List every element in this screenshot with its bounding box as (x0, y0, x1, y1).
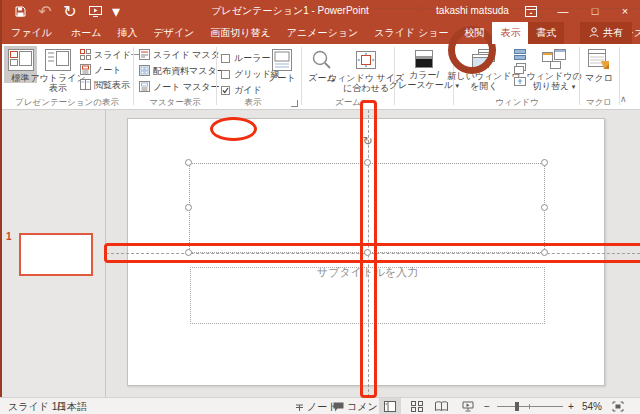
tab-format[interactable]: 書式 (528, 22, 564, 44)
tab-insert[interactable]: 挿入 (109, 22, 145, 44)
move-split-icon (514, 77, 526, 90)
zoom-icon (311, 49, 333, 71)
start-slideshow-icon[interactable] (87, 3, 103, 19)
tab-design[interactable]: デザイン (145, 22, 202, 44)
share-button[interactable]: 共有 (580, 22, 632, 44)
share-label: 共有 (603, 26, 623, 40)
redo-icon[interactable]: ↻ (62, 3, 78, 19)
group-separator (133, 47, 134, 105)
normal-view-icon (8, 49, 34, 71)
maximize-button[interactable]: □ (582, 0, 608, 22)
zoom-in-button[interactable]: + (568, 398, 574, 414)
window-title: プレゼンテーション1 - PowerPoint (180, 0, 400, 22)
arrange-all-button[interactable] (514, 49, 526, 62)
slide-thumbnail-panel: 1 (0, 110, 105, 397)
fit-to-window-button[interactable]: ウィンドウ サイズに合わせる (340, 46, 392, 93)
checkbox-checked-icon (221, 86, 230, 95)
selection-handle-middle-left[interactable] (185, 204, 192, 211)
normal-view-icon (384, 401, 396, 412)
comment-icon (333, 402, 344, 412)
new-window-label-1: 新しいウィンドウ (447, 71, 520, 81)
macro-label: マクロ (585, 73, 613, 83)
dropdown-arrow-icon: ▾ (572, 83, 576, 90)
new-window-label-2: を開く (470, 81, 497, 91)
minimize-button[interactable]: — (550, 0, 576, 22)
reading-view-label: 閲覧表示 (94, 79, 130, 92)
person-icon (589, 27, 599, 40)
zoom-level[interactable]: 54% (582, 398, 602, 414)
guides-checkbox[interactable]: ガイド (221, 84, 262, 97)
outline-view-icon (45, 49, 71, 71)
quick-access-toolbar: ↶ ↻ ▾ (12, 0, 120, 22)
tab-slideshow[interactable]: スライド ショー (366, 22, 456, 44)
switch-windows-button[interactable]: ウィンドウの切り替え ▾ (531, 46, 577, 92)
decorative-circuit-dot (416, 6, 422, 12)
tab-transitions[interactable]: 画面切り替え (202, 22, 278, 44)
cascade-windows-button[interactable] (514, 63, 526, 76)
selection-handle-top-left[interactable] (185, 159, 192, 166)
zoom-slider-thumb[interactable] (515, 402, 519, 411)
tab-file[interactable]: ファイル (0, 22, 63, 44)
checkbox-unchecked-icon (221, 70, 230, 79)
undo-icon[interactable]: ↶ (37, 3, 53, 19)
tab-home[interactable]: ホーム (63, 22, 109, 44)
notes-master-button[interactable]: ノート マスター (139, 81, 220, 94)
slide-sorter-icon (411, 401, 423, 412)
status-reading-view-button[interactable] (430, 398, 452, 414)
notes-page-icon (80, 64, 91, 77)
checkbox-unchecked-icon (221, 54, 230, 63)
tab-animations[interactable]: アニメーション (279, 22, 366, 44)
close-button[interactable]: × (612, 0, 638, 22)
normal-view-label: 標準 (12, 73, 30, 83)
guides-label: ガイド (234, 84, 262, 97)
notes-toggle[interactable]: ノート (295, 398, 337, 414)
macro-button[interactable]: マクロ (582, 46, 616, 83)
customize-qat-icon[interactable]: ▾ (112, 3, 120, 19)
group-label-show: 表示 (218, 97, 288, 109)
slide-thumbnail[interactable] (19, 233, 93, 276)
language-indicator[interactable]: 日本語 (57, 398, 87, 414)
zoom-slider-midpoint (529, 404, 530, 409)
slide-master-label: スライド マスター (153, 49, 229, 62)
notes-label: ノート (268, 73, 295, 83)
selection-handle-top-right[interactable] (541, 159, 548, 166)
handout-master-label: 配布資料マスター (153, 65, 226, 78)
cascade-windows-icon (514, 63, 526, 76)
notes-button[interactable]: ノート (266, 46, 298, 83)
status-slide-sorter-button[interactable] (406, 398, 428, 414)
switch-windows-icon (542, 49, 566, 69)
fit-to-window-label-2: に合わせる (343, 83, 389, 93)
move-split-button[interactable] (514, 77, 526, 90)
tab-review[interactable]: 校閲 (456, 22, 492, 44)
save-icon[interactable] (12, 3, 28, 19)
color-grayscale-button[interactable]: カラー/グレースケール ▾ (398, 46, 450, 91)
status-normal-view-button[interactable] (379, 398, 401, 414)
signed-in-user[interactable]: takashi matsuda (430, 0, 515, 22)
fit-slide-to-window-button[interactable] (606, 398, 630, 414)
dialog-launcher-icon[interactable] (291, 100, 298, 107)
status-slideshow-button[interactable] (457, 398, 479, 414)
collapse-ribbon-icon[interactable]: ∧ (620, 94, 627, 104)
outline-view-button[interactable]: アウトライン表示 (39, 46, 77, 93)
zoom-out-button[interactable]: − (484, 398, 490, 414)
switch-windows-label-1: ウィンドウの (526, 71, 581, 81)
handout-master-icon (139, 65, 150, 78)
notes-page-button[interactable]: ノート (80, 64, 121, 77)
reading-view-button[interactable]: 閲覧表示 (80, 79, 130, 92)
notes-icon (272, 49, 292, 71)
tab-view[interactable]: 表示 (492, 22, 528, 44)
reading-view-icon (80, 79, 91, 92)
ruler-checkbox[interactable]: ルーラー (221, 52, 270, 65)
handout-master-button[interactable]: 配布資料マスター (139, 65, 226, 78)
macro-icon (588, 49, 610, 71)
slideshow-icon (462, 401, 474, 412)
color-grayscale-label-1: カラー/ (409, 70, 439, 80)
arrange-all-icon (514, 49, 526, 62)
window-edge (0, 0, 2, 397)
color-grayscale-label-2: グレースケール (389, 80, 453, 90)
selection-handle-middle-right[interactable] (541, 204, 548, 211)
zoom-slider-track[interactable] (497, 406, 563, 407)
color-grayscale-icon (415, 50, 433, 68)
ribbon-display-options-icon[interactable] (518, 0, 544, 22)
annotation-circle-guides (210, 117, 257, 141)
